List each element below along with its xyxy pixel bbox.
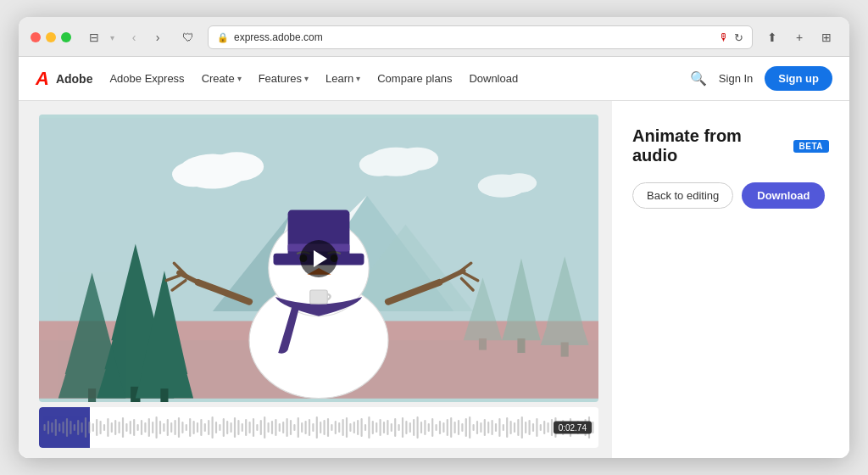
video-container	[39, 115, 598, 402]
shield-icon: 🛡	[177, 26, 199, 48]
svg-rect-169	[480, 422, 481, 433]
adobe-logo[interactable]: A Adobe	[36, 70, 92, 88]
svg-rect-109	[256, 424, 258, 431]
svg-rect-57	[63, 422, 64, 433]
svg-rect-90	[186, 424, 187, 431]
svg-rect-113	[271, 421, 273, 434]
svg-rect-66	[96, 419, 97, 436]
svg-rect-89	[181, 422, 183, 433]
svg-rect-117	[287, 418, 288, 437]
svg-rect-168	[476, 421, 478, 434]
svg-rect-73	[122, 417, 124, 438]
svg-rect-177	[510, 421, 512, 434]
svg-rect-155	[428, 423, 430, 432]
new-tab-button[interactable]: +	[788, 26, 810, 48]
nav-compare-label: Compare plans	[377, 72, 452, 85]
svg-rect-79	[144, 422, 146, 433]
browser-controls: ⊟ ▾	[83, 26, 114, 48]
sidebar-toggle-button[interactable]: ⊟	[83, 26, 105, 48]
grid-button[interactable]: ⊞	[815, 26, 837, 48]
lock-icon: 🔒	[217, 32, 229, 43]
svg-rect-105	[242, 423, 243, 432]
svg-rect-151	[413, 419, 415, 436]
browser-actions: ⬆ + ⊞	[761, 26, 837, 48]
nav-item-brand[interactable]: Adobe Express	[109, 72, 184, 85]
play-button[interactable]	[300, 240, 337, 277]
nav-item-learn[interactable]: Learn ▾	[326, 72, 360, 85]
svg-rect-160	[447, 419, 448, 436]
sign-up-button[interactable]: Sign up	[765, 66, 832, 91]
svg-rect-84	[163, 423, 164, 432]
svg-rect-165	[465, 418, 467, 437]
svg-rect-99	[219, 424, 220, 431]
svg-rect-95	[204, 423, 206, 432]
svg-rect-118	[290, 420, 292, 435]
svg-rect-98	[215, 422, 217, 433]
forward-arrow-button[interactable]: ›	[147, 26, 169, 48]
back-arrow-button[interactable]: ‹	[123, 26, 145, 48]
minimize-button[interactable]	[46, 32, 56, 42]
mic-icon: 🎙	[719, 31, 729, 43]
svg-rect-171	[487, 422, 489, 433]
nav-arrows: ‹ ›	[123, 26, 169, 48]
svg-rect-140	[372, 421, 374, 434]
svg-rect-152	[417, 416, 419, 439]
svg-rect-154	[424, 420, 426, 435]
svg-rect-81	[152, 422, 153, 433]
reload-icon[interactable]: ↻	[734, 31, 743, 44]
svg-rect-136	[357, 420, 359, 435]
svg-rect-12	[561, 343, 569, 357]
svg-rect-135	[353, 422, 355, 433]
sign-in-button[interactable]: Sign In	[719, 72, 753, 85]
nav-item-download[interactable]: Download	[469, 72, 518, 85]
svg-rect-92	[193, 421, 195, 434]
close-button[interactable]	[31, 32, 41, 42]
nav-items: Adobe Express Create ▾ Features ▾ Learn …	[109, 72, 689, 85]
svg-rect-141	[376, 422, 377, 433]
main-area: 0:02.74 Animate from audio BETA Back to …	[19, 101, 849, 458]
svg-rect-121	[301, 422, 303, 433]
svg-rect-178	[514, 422, 515, 433]
svg-rect-147	[398, 424, 400, 431]
svg-rect-87	[175, 420, 176, 435]
svg-rect-180	[521, 416, 523, 439]
svg-rect-55	[55, 419, 57, 436]
search-icon[interactable]: 🔍	[690, 70, 707, 87]
feature-title: Animate from audio BETA	[632, 126, 829, 165]
svg-rect-52	[44, 424, 46, 431]
beta-badge: BETA	[793, 140, 829, 153]
svg-rect-131	[338, 422, 340, 433]
svg-rect-70	[111, 422, 113, 433]
svg-rect-129	[331, 424, 332, 431]
nav-item-compare[interactable]: Compare plans	[377, 72, 452, 85]
svg-rect-183	[532, 423, 534, 432]
back-to-editing-button[interactable]: Back to editing	[632, 182, 733, 209]
maximize-button[interactable]	[61, 32, 71, 42]
svg-rect-167	[473, 424, 475, 431]
svg-rect-182	[529, 420, 531, 435]
nav-item-features[interactable]: Features ▾	[259, 72, 309, 85]
address-bar[interactable]: 🔒 express.adobe.com 🎙 ↻	[208, 25, 753, 49]
svg-rect-106	[245, 419, 247, 436]
svg-rect-88	[178, 417, 180, 438]
download-button[interactable]: Download	[742, 182, 825, 209]
svg-rect-173	[495, 423, 497, 432]
svg-rect-72	[119, 422, 120, 433]
svg-rect-62	[81, 422, 83, 433]
nav-item-create[interactable]: Create ▾	[202, 72, 242, 85]
svg-rect-133	[346, 417, 348, 438]
svg-rect-126	[320, 422, 321, 433]
svg-rect-82	[156, 416, 158, 439]
svg-rect-78	[141, 420, 142, 435]
svg-point-26	[209, 152, 264, 181]
svg-rect-176	[506, 417, 508, 438]
svg-rect-145	[391, 423, 392, 432]
svg-rect-71	[114, 420, 116, 435]
share-button[interactable]: ⬆	[761, 26, 783, 48]
svg-rect-123	[309, 419, 310, 436]
nav-brand-label: Adobe Express	[109, 72, 184, 85]
browser-window: ⊟ ▾ ‹ › 🛡 🔒 express.adobe.com 🎙 ↻ ⬆ + ⊞ …	[19, 17, 849, 458]
svg-rect-181	[525, 422, 526, 433]
svg-rect-102	[231, 422, 232, 433]
audio-waveform-bar[interactable]: 0:02.74	[39, 407, 598, 448]
